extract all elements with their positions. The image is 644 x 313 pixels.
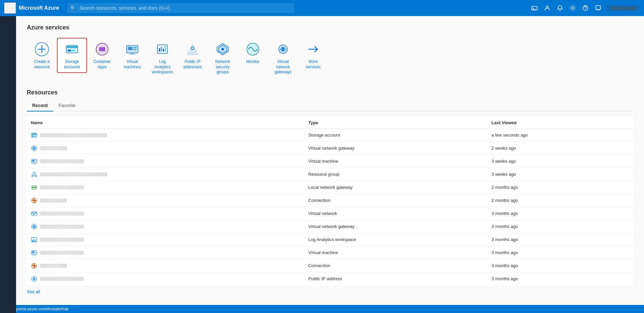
svg-point-55 bbox=[35, 187, 36, 188]
table-row[interactable]: Connection 3 months ago bbox=[27, 259, 633, 272]
resource-name-blurred-3 bbox=[40, 172, 107, 176]
table-row[interactable]: Resource group 3 weeks ago bbox=[27, 168, 633, 181]
cloud-shell-icon-button[interactable] bbox=[529, 3, 540, 13]
svg-point-35 bbox=[282, 48, 284, 50]
resource-name-cell-0 bbox=[27, 129, 304, 142]
search-input[interactable] bbox=[67, 3, 295, 13]
col-header-type: Type bbox=[304, 117, 488, 129]
status-bar: https://portal.azure.com/#create/hub bbox=[0, 305, 644, 313]
svg-rect-38 bbox=[31, 133, 37, 135]
service-item-log-analytics[interactable]: Log Analytics workspaces bbox=[147, 38, 177, 78]
table-row[interactable]: Virtual machine 3 weeks ago bbox=[27, 155, 633, 168]
svg-rect-43 bbox=[32, 148, 36, 149]
resource-type-1: Virtual network gateway bbox=[304, 142, 488, 155]
svg-point-29 bbox=[192, 47, 194, 49]
table-row[interactable]: Log Analytics workspace 3 months ago bbox=[27, 233, 633, 246]
resource-name-blurred-7 bbox=[40, 225, 84, 229]
resources-tabs: Recent Favorite bbox=[27, 100, 633, 111]
svg-point-2 bbox=[546, 6, 548, 8]
container-apps-icon bbox=[94, 41, 110, 57]
svg-rect-26 bbox=[163, 49, 164, 52]
resource-name-cell-1 bbox=[27, 142, 304, 155]
table-row[interactable]: Virtual network gateway 3 months ago bbox=[27, 220, 633, 233]
svg-point-30 bbox=[221, 48, 224, 51]
svg-rect-20 bbox=[133, 49, 137, 50]
resource-name-cell-3 bbox=[27, 168, 304, 181]
service-label-storage-accounts: Storage accounts bbox=[60, 59, 84, 70]
resource-icon-11 bbox=[31, 276, 38, 282]
svg-rect-25 bbox=[161, 47, 162, 52]
service-item-monitor[interactable]: Monitor bbox=[238, 38, 268, 68]
resource-type-5: Connection bbox=[304, 194, 488, 207]
table-row[interactable]: Connection 2 months ago bbox=[27, 194, 633, 207]
resource-name-blurred-11 bbox=[40, 277, 84, 281]
resource-type-3: Resource group bbox=[304, 168, 488, 181]
resource-icon-2 bbox=[31, 158, 38, 165]
resource-last-viewed-1: 2 weeks ago bbox=[488, 142, 633, 155]
notifications-icon-button[interactable] bbox=[554, 3, 566, 13]
resource-name-cell-7 bbox=[27, 220, 304, 233]
resource-icon-6 bbox=[31, 210, 38, 217]
svg-rect-24 bbox=[159, 48, 160, 52]
svg-rect-69 bbox=[32, 251, 34, 253]
virtual-machines-icon bbox=[124, 41, 140, 57]
resource-name-cell-9 bbox=[27, 246, 304, 259]
resource-name-cell-5 bbox=[27, 194, 304, 207]
more-services-icon bbox=[305, 41, 321, 57]
table-row[interactable]: Local network gateway 2 months ago bbox=[27, 181, 633, 194]
svg-rect-19 bbox=[133, 47, 137, 48]
service-item-container-apps[interactable]: Container Apps bbox=[87, 38, 117, 73]
svg-point-54 bbox=[34, 187, 35, 188]
resource-icon-3 bbox=[31, 171, 38, 178]
search-icon: 🔍 bbox=[70, 5, 76, 11]
svg-point-53 bbox=[32, 187, 33, 188]
service-item-storage-accounts[interactable]: Storage accounts bbox=[57, 38, 87, 73]
settings-icon-button[interactable] bbox=[567, 3, 578, 13]
service-item-nsg[interactable]: Network security groups bbox=[208, 38, 238, 78]
resource-name-blurred-8 bbox=[40, 238, 84, 242]
directory-icon-button[interactable] bbox=[542, 3, 553, 13]
hamburger-menu-button[interactable]: ☰ bbox=[4, 2, 16, 14]
table-row[interactable]: Virtual network gateway 2 weeks ago bbox=[27, 142, 633, 155]
svg-point-77 bbox=[34, 279, 34, 279]
resources-table-container: Name Type Last Viewed Storage account a … bbox=[27, 117, 633, 285]
resources-table: Name Type Last Viewed Storage account a … bbox=[27, 117, 633, 285]
feedback-icon-button[interactable] bbox=[592, 3, 604, 13]
resource-name-blurred-9 bbox=[40, 251, 84, 255]
svg-rect-46 bbox=[32, 164, 36, 164]
service-item-more-services[interactable]: More services bbox=[298, 38, 328, 73]
resource-name-blurred-5 bbox=[40, 199, 67, 203]
resource-name-cell-6 bbox=[27, 207, 304, 220]
resource-type-11: Public IP address bbox=[304, 272, 488, 285]
svg-rect-66 bbox=[33, 239, 34, 242]
resource-name-blurred-2 bbox=[40, 159, 84, 163]
svg-rect-22 bbox=[129, 54, 136, 55]
storage-accounts-icon bbox=[64, 41, 80, 57]
service-label-container-apps: Container Apps bbox=[90, 59, 114, 70]
tab-recent[interactable]: Recent bbox=[27, 100, 53, 111]
help-icon-button[interactable] bbox=[580, 3, 591, 13]
see-all-link[interactable]: See all bbox=[27, 289, 40, 294]
resource-icon-5 bbox=[31, 197, 38, 204]
svg-rect-67 bbox=[35, 241, 36, 242]
service-item-virtual-machines[interactable]: Virtual machines bbox=[117, 38, 147, 73]
user-avatar[interactable] bbox=[606, 4, 640, 12]
service-item-vng[interactable]: Virtual network gateways bbox=[268, 38, 298, 78]
table-row[interactable]: Virtual machine 3 months ago bbox=[27, 246, 633, 259]
service-label-more-services: More services bbox=[301, 59, 325, 70]
service-label-vng: Virtual network gateways bbox=[271, 59, 295, 75]
service-item-public-ip[interactable]: Public IP addresses bbox=[177, 38, 208, 73]
table-row[interactable]: Public IP address 3 months ago bbox=[27, 272, 633, 285]
svg-rect-63 bbox=[32, 226, 36, 227]
main-content: Azure services Create a resource bbox=[16, 16, 644, 313]
tab-favorite[interactable]: Favorite bbox=[53, 100, 81, 111]
azure-services-section: Azure services Create a resource bbox=[27, 24, 633, 78]
resource-name-blurred-1 bbox=[40, 146, 67, 150]
svg-rect-10 bbox=[66, 46, 78, 48]
service-item-create-resource[interactable]: Create a resource bbox=[27, 38, 57, 73]
table-row[interactable]: Storage account a few seconds ago bbox=[27, 129, 633, 142]
resource-name-blurred-6 bbox=[40, 212, 84, 216]
resource-icon-7 bbox=[31, 223, 38, 230]
resource-name-blurred-10 bbox=[40, 264, 67, 268]
table-row[interactable]: Virtual network 3 months ago bbox=[27, 207, 633, 220]
